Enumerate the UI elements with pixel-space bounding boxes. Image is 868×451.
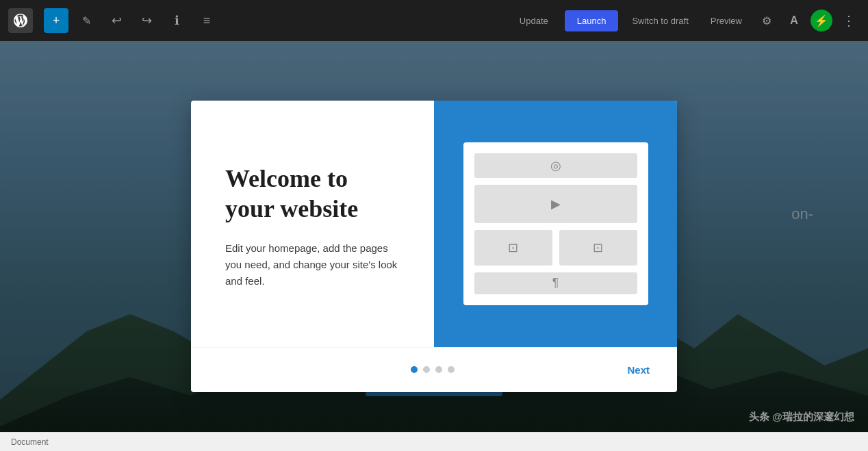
modal-backdrop: Welcome toyour website Edit your homepag… (0, 41, 868, 451)
dot-2[interactable] (423, 366, 430, 373)
dot-3[interactable] (435, 366, 442, 373)
preview-card: ◎ ▶ ⊡ ⊡ (463, 142, 648, 305)
paragraph-icon: ¶ (552, 276, 559, 290)
preview-video-row: ▶ (474, 185, 637, 223)
switch-to-draft-button[interactable]: Switch to draft (624, 12, 696, 30)
status-bar: Document (0, 432, 868, 451)
video-icon: ▶ (551, 196, 561, 211)
preview-header-row: ◎ (474, 153, 637, 178)
image-icon-left: ⊡ (508, 240, 518, 255)
add-button[interactable]: + (44, 8, 68, 33)
preview-image-right: ⊡ (559, 230, 637, 266)
document-label: Document (11, 437, 49, 447)
launch-button[interactable]: Launch (565, 10, 619, 31)
settings-button[interactable]: ⚙ (756, 10, 778, 31)
more-menu-button[interactable]: ⋮ (838, 10, 860, 31)
modal-description: Edit your homepage, add the pages you ne… (225, 240, 407, 289)
info-button[interactable]: ℹ (164, 8, 189, 33)
image-icon-right: ⊡ (593, 240, 603, 255)
next-button[interactable]: Next (616, 359, 661, 381)
update-button[interactable]: Update (509, 12, 559, 30)
preview-paragraph-row: ¶ (474, 272, 637, 294)
wp-logo (8, 8, 33, 33)
preview-images-row: ⊡ ⊡ (474, 230, 637, 266)
compass-icon: ◎ (550, 158, 561, 173)
dot-4[interactable] (448, 366, 455, 373)
preview-button[interactable]: Preview (702, 12, 750, 30)
pagination-dots (248, 366, 616, 373)
modal-left-panel: Welcome toyour website Edit your homepag… (191, 101, 434, 347)
jetpack-button[interactable]: ⚡ (810, 10, 832, 31)
list-view-button[interactable]: ≡ (194, 8, 219, 33)
toolbar: + ✎ ↩ ↪ ℹ ≡ Update Launch Switch to draf… (0, 0, 868, 41)
welcome-modal: Welcome toyour website Edit your homepag… (191, 101, 677, 392)
dot-1[interactable] (411, 366, 418, 373)
font-button[interactable]: A (783, 10, 805, 31)
modal-title: Welcome toyour website (225, 164, 407, 223)
redo-button[interactable]: ↪ (134, 8, 159, 33)
modal-footer: Next (191, 347, 677, 392)
undo-button[interactable]: ↩ (104, 8, 129, 33)
preview-image-left: ⊡ (474, 230, 552, 266)
scene-background: We on- Learn more 头条 @瑞拉的深邃幻想 Welcome to… (0, 41, 868, 451)
edit-button[interactable]: ✎ (74, 8, 99, 33)
modal-right-panel: ◎ ▶ ⊡ ⊡ (434, 101, 677, 347)
